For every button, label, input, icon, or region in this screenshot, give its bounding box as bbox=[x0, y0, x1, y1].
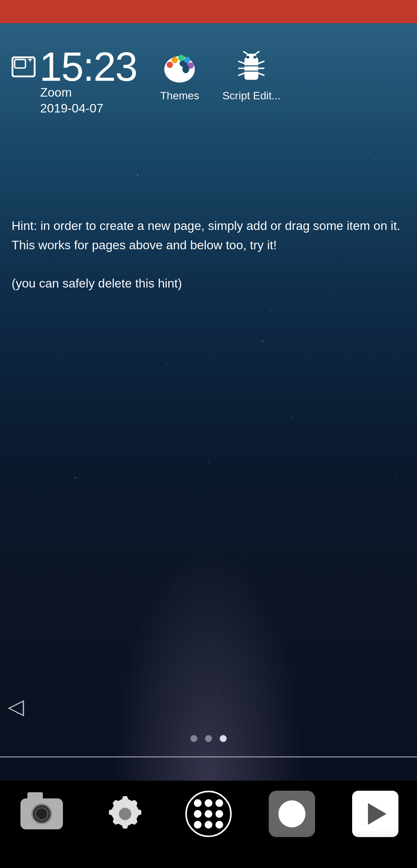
divider-line bbox=[0, 756, 417, 757]
play-triangle-icon bbox=[368, 803, 386, 825]
play-box bbox=[352, 791, 398, 837]
back-button[interactable]: ◁ bbox=[8, 694, 24, 719]
dot-4 bbox=[194, 810, 202, 818]
svg-line-18 bbox=[258, 61, 264, 63]
date-display: 2019-04-07 bbox=[40, 101, 137, 116]
bug-svg bbox=[234, 50, 269, 85]
page-indicators bbox=[190, 735, 227, 742]
dot-7 bbox=[194, 821, 202, 829]
svg-line-14 bbox=[255, 52, 259, 54]
dock-play[interactable] bbox=[344, 787, 406, 841]
themes-label: Themes bbox=[160, 90, 199, 102]
time-display: 15:23 bbox=[39, 46, 137, 87]
svg-point-7 bbox=[178, 55, 185, 61]
back-arrow-icon: ◁ bbox=[8, 694, 24, 718]
dot-5 bbox=[205, 810, 212, 818]
svg-point-24 bbox=[254, 56, 256, 58]
svg-rect-11 bbox=[244, 57, 258, 80]
dot-1 bbox=[194, 799, 202, 807]
svg-point-23 bbox=[247, 56, 249, 58]
svg-rect-1 bbox=[15, 60, 25, 68]
zoom-icon-wrap: + 15:23 bbox=[12, 46, 137, 87]
svg-text:+: + bbox=[28, 56, 33, 65]
svg-point-6 bbox=[172, 57, 178, 63]
svg-line-15 bbox=[239, 61, 244, 63]
svg-line-13 bbox=[244, 52, 248, 54]
camera-lens bbox=[31, 803, 52, 824]
palette-svg bbox=[162, 50, 197, 85]
dot-9 bbox=[215, 821, 223, 829]
dock-area bbox=[0, 781, 417, 868]
page-dot-1[interactable] bbox=[190, 735, 197, 742]
dot-2 bbox=[205, 799, 212, 807]
linear-circle bbox=[278, 800, 305, 827]
dot-8 bbox=[205, 821, 212, 829]
svg-point-8 bbox=[184, 57, 190, 63]
zoom-icon: + bbox=[12, 56, 36, 77]
page-dot-2[interactable] bbox=[205, 735, 212, 742]
clock-widget[interactable]: + 15:23 Zoom 2019-04-07 bbox=[12, 46, 137, 116]
page-dot-3[interactable] bbox=[220, 735, 227, 742]
svg-point-5 bbox=[167, 62, 173, 68]
bug-icon bbox=[234, 50, 269, 85]
themes-shortcut[interactable]: Themes bbox=[160, 50, 199, 102]
gear-svg bbox=[106, 795, 144, 833]
main-area: + 15:23 Zoom 2019-04-07 bbox=[0, 23, 417, 781]
linear-app-icon bbox=[269, 791, 315, 837]
status-bar bbox=[0, 0, 417, 23]
dock-settings[interactable] bbox=[94, 787, 156, 841]
top-widgets: + 15:23 Zoom 2019-04-07 bbox=[12, 46, 281, 116]
dock-camera[interactable] bbox=[11, 787, 73, 841]
camera-icon bbox=[15, 787, 69, 841]
camera-body bbox=[20, 798, 63, 829]
hint-text: Hint: in order to create a new page, sim… bbox=[12, 216, 405, 293]
app-drawer-icon bbox=[181, 787, 236, 841]
drawer-grid bbox=[185, 791, 232, 837]
dot-6 bbox=[215, 810, 223, 818]
script-editor-shortcut[interactable]: Script Edit... bbox=[222, 50, 281, 102]
dock-linear[interactable] bbox=[261, 787, 323, 841]
svg-point-10 bbox=[183, 65, 190, 73]
svg-line-20 bbox=[258, 73, 264, 75]
palette-icon bbox=[162, 50, 197, 85]
linear-icon bbox=[265, 787, 319, 841]
hint-content: Hint: in order to create a new page, sim… bbox=[12, 219, 400, 290]
svg-point-25 bbox=[119, 808, 131, 820]
dot-3 bbox=[215, 799, 223, 807]
script-editor-label: Script Edit... bbox=[222, 90, 281, 102]
svg-line-17 bbox=[239, 73, 244, 75]
play-icon bbox=[348, 787, 402, 841]
gear-icon bbox=[98, 787, 152, 841]
dock-app-drawer[interactable] bbox=[178, 787, 239, 841]
